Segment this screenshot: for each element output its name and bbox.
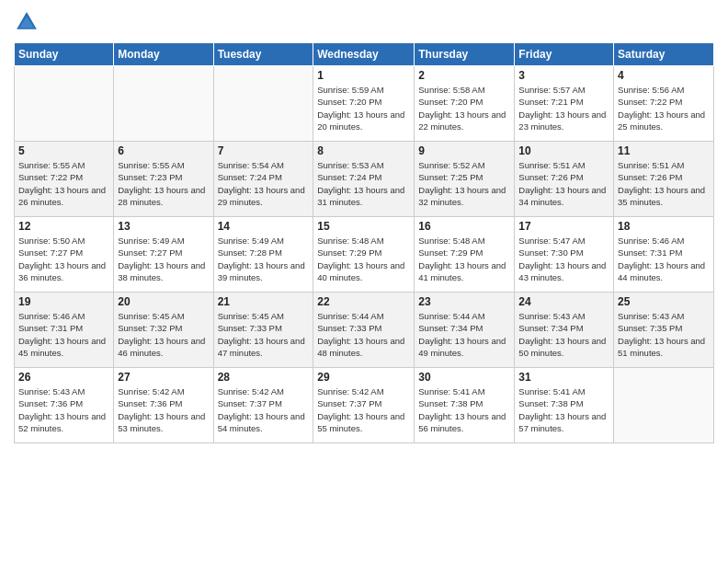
calendar-cell: 15Sunrise: 5:48 AMSunset: 7:29 PMDayligh… xyxy=(313,217,415,293)
calendar-cell: 8Sunrise: 5:53 AMSunset: 7:24 PMDaylight… xyxy=(313,142,415,217)
day-info: Sunrise: 5:52 AMSunset: 7:25 PMDaylight:… xyxy=(418,159,510,208)
calendar-cell: 28Sunrise: 5:42 AMSunset: 7:37 PMDayligh… xyxy=(213,368,313,443)
calendar-cell: 7Sunrise: 5:54 AMSunset: 7:24 PMDaylight… xyxy=(213,142,313,217)
day-number: 31 xyxy=(518,371,609,384)
day-info: Sunrise: 5:41 AMSunset: 7:38 PMDaylight:… xyxy=(518,385,609,434)
weekday-header-wednesday: Wednesday xyxy=(313,43,415,66)
day-info: Sunrise: 5:49 AMSunset: 7:28 PMDaylight:… xyxy=(218,235,310,283)
day-number: 27 xyxy=(118,371,209,384)
day-number: 14 xyxy=(218,220,310,233)
day-number: 23 xyxy=(418,295,510,308)
day-number: 13 xyxy=(118,220,209,233)
day-info: Sunrise: 5:57 AMSunset: 7:21 PMDaylight:… xyxy=(518,84,609,132)
day-number: 5 xyxy=(18,144,109,157)
day-number: 8 xyxy=(317,144,410,157)
day-number: 2 xyxy=(418,69,510,82)
day-info: Sunrise: 5:45 AMSunset: 7:33 PMDaylight:… xyxy=(218,310,310,359)
day-number: 12 xyxy=(18,220,109,233)
calendar-cell: 30Sunrise: 5:41 AMSunset: 7:38 PMDayligh… xyxy=(415,368,515,443)
day-info: Sunrise: 5:44 AMSunset: 7:34 PMDaylight:… xyxy=(418,310,510,359)
calendar-cell xyxy=(114,66,213,142)
weekday-header-thursday: Thursday xyxy=(415,43,515,66)
calendar-cell: 13Sunrise: 5:49 AMSunset: 7:27 PMDayligh… xyxy=(114,217,213,293)
day-info: Sunrise: 5:42 AMSunset: 7:37 PMDaylight:… xyxy=(218,385,310,434)
day-info: Sunrise: 5:45 AMSunset: 7:32 PMDaylight:… xyxy=(118,310,209,359)
day-info: Sunrise: 5:43 AMSunset: 7:36 PMDaylight:… xyxy=(18,385,109,434)
day-number: 16 xyxy=(418,220,510,233)
logo xyxy=(14,9,43,35)
day-number: 26 xyxy=(18,371,109,384)
calendar-cell: 31Sunrise: 5:41 AMSunset: 7:38 PMDayligh… xyxy=(515,368,614,443)
day-number: 25 xyxy=(618,295,710,308)
day-info: Sunrise: 5:48 AMSunset: 7:29 PMDaylight:… xyxy=(418,235,510,283)
day-number: 18 xyxy=(618,220,710,233)
calendar-page: SundayMondayTuesdayWednesdayThursdayFrid… xyxy=(0,0,728,563)
day-number: 3 xyxy=(518,69,609,82)
day-info: Sunrise: 5:42 AMSunset: 7:36 PMDaylight:… xyxy=(118,385,209,434)
calendar-cell: 20Sunrise: 5:45 AMSunset: 7:32 PMDayligh… xyxy=(114,293,213,368)
calendar-cell: 3Sunrise: 5:57 AMSunset: 7:21 PMDaylight… xyxy=(515,66,614,142)
day-info: Sunrise: 5:46 AMSunset: 7:31 PMDaylight:… xyxy=(18,310,109,359)
weekday-header-friday: Friday xyxy=(515,43,614,66)
calendar-cell: 16Sunrise: 5:48 AMSunset: 7:29 PMDayligh… xyxy=(415,217,515,293)
calendar-cell: 6Sunrise: 5:55 AMSunset: 7:23 PMDaylight… xyxy=(114,142,213,217)
calendar-cell: 4Sunrise: 5:56 AMSunset: 7:22 PMDaylight… xyxy=(614,66,714,142)
calendar-cell xyxy=(213,66,313,142)
calendar-cell: 26Sunrise: 5:43 AMSunset: 7:36 PMDayligh… xyxy=(15,368,114,443)
day-number: 29 xyxy=(317,371,410,384)
weekday-header-sunday: Sunday xyxy=(15,43,114,66)
day-number: 22 xyxy=(317,295,410,308)
day-number: 19 xyxy=(18,295,109,308)
day-info: Sunrise: 5:43 AMSunset: 7:35 PMDaylight:… xyxy=(618,310,710,359)
day-number: 20 xyxy=(118,295,209,308)
calendar-cell: 12Sunrise: 5:50 AMSunset: 7:27 PMDayligh… xyxy=(15,217,114,293)
day-info: Sunrise: 5:42 AMSunset: 7:37 PMDaylight:… xyxy=(317,385,410,434)
week-row-3: 12Sunrise: 5:50 AMSunset: 7:27 PMDayligh… xyxy=(15,217,714,293)
day-info: Sunrise: 5:50 AMSunset: 7:27 PMDaylight:… xyxy=(18,235,109,283)
day-number: 9 xyxy=(418,144,510,157)
day-number: 1 xyxy=(317,69,410,82)
week-row-1: 1Sunrise: 5:59 AMSunset: 7:20 PMDaylight… xyxy=(15,66,714,142)
calendar-cell xyxy=(614,368,714,443)
day-number: 28 xyxy=(218,371,310,384)
calendar-cell: 23Sunrise: 5:44 AMSunset: 7:34 PMDayligh… xyxy=(415,293,515,368)
day-info: Sunrise: 5:47 AMSunset: 7:30 PMDaylight:… xyxy=(518,235,609,283)
calendar-cell: 11Sunrise: 5:51 AMSunset: 7:26 PMDayligh… xyxy=(614,142,714,217)
day-info: Sunrise: 5:58 AMSunset: 7:20 PMDaylight:… xyxy=(418,84,510,132)
day-info: Sunrise: 5:59 AMSunset: 7:20 PMDaylight:… xyxy=(317,84,410,132)
header xyxy=(14,9,714,35)
calendar-cell xyxy=(15,66,114,142)
day-info: Sunrise: 5:51 AMSunset: 7:26 PMDaylight:… xyxy=(518,159,609,208)
week-row-5: 26Sunrise: 5:43 AMSunset: 7:36 PMDayligh… xyxy=(15,368,714,443)
generalblue-icon xyxy=(14,9,40,35)
day-number: 7 xyxy=(218,144,310,157)
day-number: 24 xyxy=(518,295,609,308)
calendar-cell: 24Sunrise: 5:43 AMSunset: 7:34 PMDayligh… xyxy=(515,293,614,368)
day-number: 11 xyxy=(618,144,710,157)
calendar-cell: 19Sunrise: 5:46 AMSunset: 7:31 PMDayligh… xyxy=(15,293,114,368)
weekday-header-tuesday: Tuesday xyxy=(213,43,313,66)
calendar-cell: 5Sunrise: 5:55 AMSunset: 7:22 PMDaylight… xyxy=(15,142,114,217)
day-info: Sunrise: 5:53 AMSunset: 7:24 PMDaylight:… xyxy=(317,159,410,208)
calendar-table: SundayMondayTuesdayWednesdayThursdayFrid… xyxy=(14,42,714,443)
calendar-cell: 25Sunrise: 5:43 AMSunset: 7:35 PMDayligh… xyxy=(614,293,714,368)
calendar-cell: 18Sunrise: 5:46 AMSunset: 7:31 PMDayligh… xyxy=(614,217,714,293)
day-info: Sunrise: 5:44 AMSunset: 7:33 PMDaylight:… xyxy=(317,310,410,359)
day-info: Sunrise: 5:48 AMSunset: 7:29 PMDaylight:… xyxy=(317,235,410,283)
day-number: 30 xyxy=(418,371,510,384)
calendar-cell: 10Sunrise: 5:51 AMSunset: 7:26 PMDayligh… xyxy=(515,142,614,217)
weekday-header-monday: Monday xyxy=(114,43,213,66)
day-number: 21 xyxy=(218,295,310,308)
calendar-cell: 27Sunrise: 5:42 AMSunset: 7:36 PMDayligh… xyxy=(114,368,213,443)
calendar-cell: 17Sunrise: 5:47 AMSunset: 7:30 PMDayligh… xyxy=(515,217,614,293)
day-number: 6 xyxy=(118,144,209,157)
calendar-cell: 29Sunrise: 5:42 AMSunset: 7:37 PMDayligh… xyxy=(313,368,415,443)
weekday-header-saturday: Saturday xyxy=(614,43,714,66)
day-info: Sunrise: 5:56 AMSunset: 7:22 PMDaylight:… xyxy=(618,84,710,132)
weekday-header-row: SundayMondayTuesdayWednesdayThursdayFrid… xyxy=(15,43,714,66)
week-row-4: 19Sunrise: 5:46 AMSunset: 7:31 PMDayligh… xyxy=(15,293,714,368)
calendar-cell: 9Sunrise: 5:52 AMSunset: 7:25 PMDaylight… xyxy=(415,142,515,217)
calendar-cell: 21Sunrise: 5:45 AMSunset: 7:33 PMDayligh… xyxy=(213,293,313,368)
week-row-2: 5Sunrise: 5:55 AMSunset: 7:22 PMDaylight… xyxy=(15,142,714,217)
calendar-cell: 22Sunrise: 5:44 AMSunset: 7:33 PMDayligh… xyxy=(313,293,415,368)
